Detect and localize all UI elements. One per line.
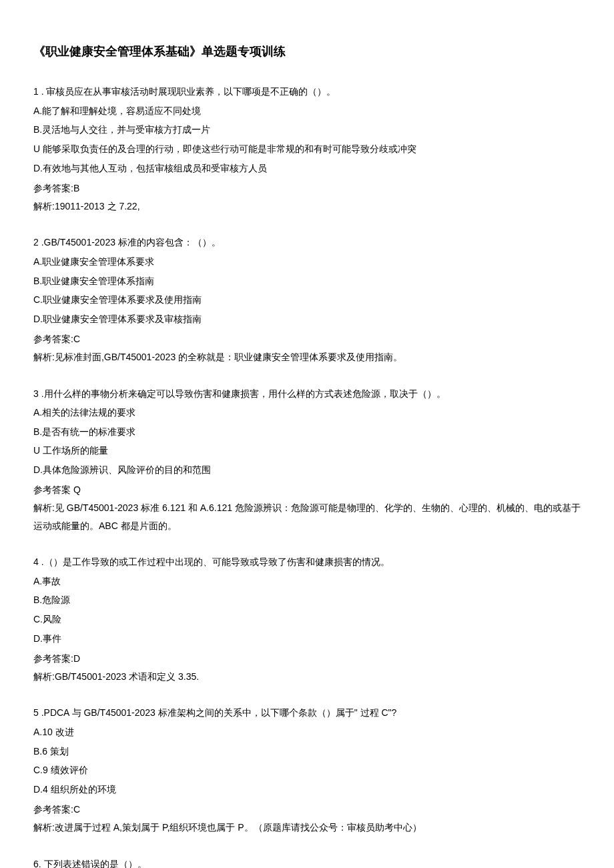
option-a: A.相关的法律法规的要求 (33, 404, 581, 422)
explain: 解析:改进属于过程 A,策划属于 P,组织环境也属于 P。（原题库请找公众号：审… (33, 819, 581, 837)
option-c: U 能够采取负责任的及合理的行动，即使这些行动可能是非常规的和有时可能导致分歧或… (33, 140, 581, 158)
question-stem: 2 .GB/T45001-2023 标准的内容包含：（）。 (33, 234, 581, 252)
option-b: B.职业健康安全管理体系指南 (33, 272, 581, 290)
explain: 解析:19011-2013 之 7.22, (33, 197, 581, 215)
answer: 参考答案:C (33, 801, 581, 819)
option-a: A.职业健康安全管理体系要求 (33, 253, 581, 271)
question-5: 5 .PDCA 与 GB/T45001-2023 标准架构之间的关系中，以下哪个… (33, 704, 581, 836)
explain: 解析:见 GB/T45001-2023 标准 6.121 和 A.6.121 危… (33, 499, 581, 534)
option-a: A.事故 (33, 572, 581, 590)
option-c: C.风险 (33, 610, 581, 628)
explain: 解析:GB/T45001-2023 术语和定义 3.35. (33, 668, 581, 686)
question-2: 2 .GB/T45001-2023 标准的内容包含：（）。 A.职业健康安全管理… (33, 234, 581, 366)
option-d: D.具体危险源辨识、风险评价的目的和范围 (33, 461, 581, 479)
option-b: B.是否有统一的标准要求 (33, 423, 581, 441)
option-a: A.能了解和理解处境，容易适应不同处境 (33, 102, 581, 120)
answer: 参考答案:D (33, 650, 581, 668)
question-1: 1 . 审核员应在从事审核活动时展现职业素养，以下哪项是不正确的（）。 A.能了… (33, 83, 581, 215)
question-6: 6. 下列表述错误的是（）。 A.安全文化是将组织安全理念转化为员工具体行为的过… (33, 855, 581, 868)
question-stem: 3 .用什么样的事物分析来确定可以导致伤害和健康损害，用什么样的方式表述危险源，… (33, 385, 581, 403)
question-4: 4 .（）是工作导致的或工作过程中出现的、可能导致或导致了伤害和健康损害的情况。… (33, 553, 581, 685)
question-stem: 6. 下列表述错误的是（）。 (33, 855, 581, 868)
option-b: B.6 策划 (33, 743, 581, 761)
option-d: D.职业健康安全管理体系要求及审核指南 (33, 310, 581, 328)
explain: 解析:见标准封面,GB/T45001-2023 的全称就是：职业健康安全管理体系… (33, 348, 581, 366)
option-a: A.10 改进 (33, 723, 581, 741)
option-d: D.有效地与其他人互动，包括审核组成员和受审核方人员 (33, 159, 581, 177)
option-c: U 工作场所的能量 (33, 442, 581, 460)
option-c: C.9 绩效评价 (33, 761, 581, 779)
answer: 参考答案:C (33, 330, 581, 348)
option-c: C.职业健康安全管理体系要求及使用指南 (33, 291, 581, 309)
option-b: B.灵活地与人交往，并与受审核方打成一片 (33, 121, 581, 139)
question-stem: 4 .（）是工作导致的或工作过程中出现的、可能导致或导致了伤害和健康损害的情况。 (33, 553, 581, 571)
question-stem: 1 . 审核员应在从事审核活动时展现职业素养，以下哪项是不正确的（）。 (33, 83, 581, 101)
answer: 参考答案:B (33, 179, 581, 197)
question-stem: 5 .PDCA 与 GB/T45001-2023 标准架构之间的关系中，以下哪个… (33, 704, 581, 722)
option-b: B.危险源 (33, 591, 581, 609)
option-d: D.事件 (33, 630, 581, 648)
option-d: D.4 组织所处的环境 (33, 781, 581, 799)
question-3: 3 .用什么样的事物分析来确定可以导致伤害和健康损害，用什么样的方式表述危险源，… (33, 385, 581, 535)
page-title: 《职业健康安全管理体系基础》单选题专项训练 (33, 40, 581, 63)
answer: 参考答案 Q (33, 481, 581, 499)
